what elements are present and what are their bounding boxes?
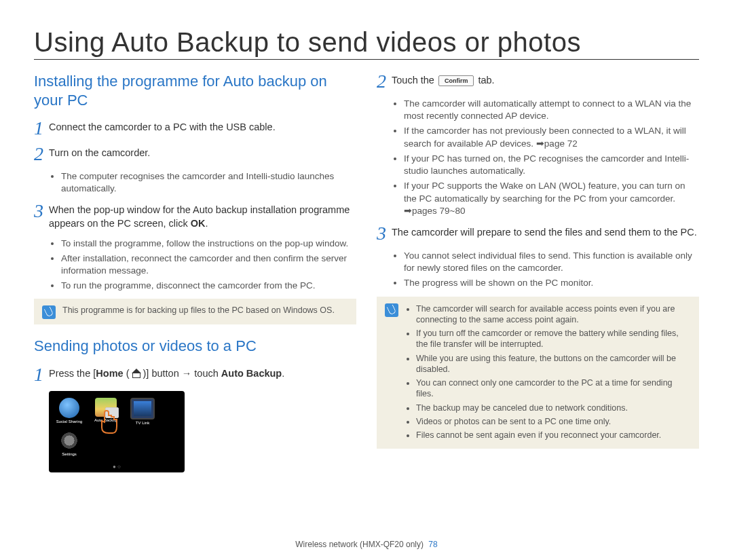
step-number: 3: [377, 224, 392, 243]
confirm-tab-button: Confirm: [438, 75, 474, 86]
substep-list: The computer recognises the camcorder an…: [49, 170, 356, 195]
note-list: The camcorder will search for available …: [405, 303, 691, 441]
step-3-send: 3 The camcorder will prepare to send the…: [377, 224, 699, 243]
substep: The progress will be shown on the PC mon…: [404, 277, 699, 289]
note-item: The backup may be canceled due to networ…: [416, 403, 691, 413]
step-3: 3 When the pop-up window for the Auto ba…: [34, 202, 356, 230]
note-item: You can connect only one camcorder to th…: [416, 377, 691, 400]
step-text: Connect the camcorder to a PC with the U…: [49, 119, 276, 138]
sc-tv-link: TV Link: [129, 398, 156, 425]
substep-list: The camcorder will automatically attempt…: [392, 98, 699, 217]
substep: You cannot select individual files to se…: [404, 250, 699, 274]
step-number: 2: [34, 145, 49, 164]
note-item: While you are using this feature, the bu…: [416, 353, 691, 375]
home-icon: [132, 370, 140, 378]
note-icon: [385, 303, 398, 317]
substep: The camcorder will automatically attempt…: [404, 98, 699, 122]
menu-screenshot: Social Sharing Auto Backup TV Link Setti…: [49, 391, 185, 472]
substep-list: You cannot select individual files to se…: [392, 250, 699, 290]
section-heading-sending: Sending photos or videos to a PC: [34, 337, 356, 356]
substep: If your PC has turned on, the PC recogni…: [404, 153, 699, 177]
step-text: Press the [Home ( )] button → touch Auto…: [49, 365, 284, 384]
substep-list: To install the programme, follow the ins…: [49, 238, 356, 293]
step-1-send: 1 Press the [Home ( )] button → touch Au…: [34, 365, 356, 384]
sc-social-sharing: Social Sharing: [56, 398, 83, 425]
sc-settings: Settings: [56, 430, 83, 456]
step-2-send: 2 Touch the Confirm tab.: [377, 72, 699, 91]
note-item: If you turn off the camcorder or remove …: [416, 328, 691, 350]
step-text: When the pop-up window for the Auto back…: [49, 202, 356, 230]
note-item: Files cannot be sent again even if you r…: [416, 430, 691, 441]
page-indicator-dots: ● ○: [49, 464, 185, 470]
note-box: This programme is for backing up files t…: [34, 299, 356, 324]
touch-pointer-icon: [98, 410, 121, 436]
substep: To install the programme, follow the ins…: [61, 238, 356, 250]
note-item: Videos or photos can be sent to a PC one…: [416, 416, 691, 427]
step-number: 1: [34, 119, 49, 138]
right-column: 2 Touch the Confirm tab. The camcorder w…: [377, 72, 699, 472]
page-title: Using Auto Backup to send videos or phot…: [34, 27, 699, 60]
step-text: Touch the Confirm tab.: [392, 72, 495, 91]
substep: If the camcorder has not previously been…: [404, 125, 699, 149]
note-icon: [42, 305, 56, 319]
left-column: Installing the programme for Auto backup…: [34, 72, 356, 472]
page-footer: Wireless network (HMX-QF20 only) 78: [0, 540, 733, 549]
note-item: The camcorder will search for available …: [416, 303, 691, 326]
step-2: 2 Turn on the camcorder.: [34, 145, 356, 164]
substep: If your PC supports the Wake on LAN (WOL…: [404, 180, 699, 217]
step-text: Turn on the camcorder.: [49, 145, 150, 164]
step-text: The camcorder will prepare to send the f…: [392, 224, 697, 243]
step-1: 1 Connect the camcorder to a PC with the…: [34, 119, 356, 138]
substep: To run the programme, disconnect the cam…: [61, 280, 356, 292]
step-number: 2: [377, 72, 392, 91]
section-heading-install: Installing the programme for Auto backup…: [34, 72, 356, 109]
settings-icon: [59, 430, 79, 451]
tv-icon: [130, 398, 155, 419]
step-number: 1: [34, 365, 49, 384]
step-number: 3: [34, 202, 49, 230]
globe-icon: [59, 398, 79, 418]
substep: The computer recognises the camcorder an…: [61, 170, 356, 195]
note-box: The camcorder will search for available …: [377, 297, 699, 449]
note-text: This programme is for backing up files t…: [62, 305, 348, 319]
substep: After installation, reconnect the camcor…: [61, 253, 356, 277]
